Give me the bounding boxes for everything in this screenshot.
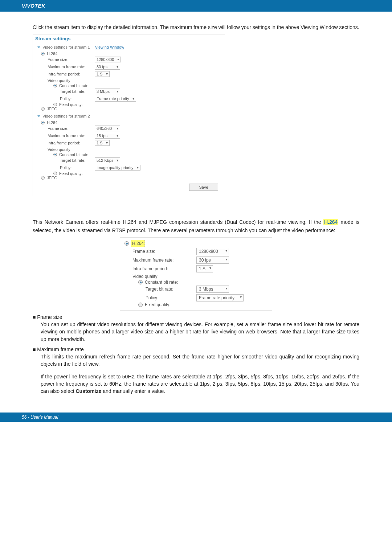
frame-size-label: Frame size: — [124, 249, 196, 254]
policy-select[interactable]: Frame rate priority — [95, 96, 136, 102]
jpeg-label: JPEG — [47, 176, 57, 180]
frame-size-label: Frame size: — [37, 57, 95, 62]
cbr-label: Constant bit rate: — [145, 280, 178, 285]
detail-h264-option[interactable]: H.264 — [124, 240, 268, 247]
stream2-jpeg-option[interactable]: JPEG — [37, 176, 221, 180]
frame-size-select[interactable]: 1280x800 — [196, 248, 229, 255]
h264-highlight-label: H.264 — [131, 240, 145, 247]
max-frame-rate-label: Maximum frame rate: — [37, 134, 95, 138]
detail-cbr-option[interactable]: Constant bit rate: — [124, 280, 268, 285]
frame-size-text: You can set up different video resolutio… — [33, 321, 359, 343]
radio-icon — [41, 176, 45, 180]
frame-size-select[interactable]: 640x360 — [95, 126, 120, 131]
intra-frame-select[interactable]: 1 S — [196, 265, 213, 272]
detail-fixed-option[interactable]: Fixed quality: — [124, 302, 268, 307]
target-bitrate-select[interactable]: 3 Mbps — [95, 89, 120, 94]
brand-bar: VIVOTEK — [0, 0, 392, 12]
frame-size-select[interactable]: 1280x800 — [95, 57, 121, 62]
h264-highlight: H.264 — [323, 219, 338, 225]
policy-label: Policy: — [124, 295, 196, 300]
policy-select[interactable]: Image quality priority — [95, 165, 140, 171]
intra-frame-label: Intra frame period: — [37, 141, 95, 145]
disclosure-triangle-icon — [37, 46, 40, 48]
stream1-header[interactable]: Video settings for stream 1 Viewing Wind… — [37, 44, 221, 52]
jpeg-label: JPEG — [47, 107, 57, 111]
panel-title: Stream settings — [33, 34, 225, 43]
video-quality-label: Video quality — [124, 274, 196, 279]
customize-bold: Customize — [76, 388, 102, 394]
max-frame-rate-text: This limits the maximum refresh frame ra… — [33, 353, 359, 368]
radio-icon — [41, 107, 45, 111]
intro-paragraph: Click the stream item to display the det… — [33, 23, 359, 31]
frame-size-section: ■ Frame size You can set up different vi… — [33, 314, 359, 343]
save-button[interactable]: Save — [189, 184, 218, 191]
video-quality-label: Video quality — [37, 78, 95, 83]
disclosure-triangle-icon — [37, 115, 40, 117]
radio-icon — [53, 172, 57, 175]
intra-frame-label: Intra frame period: — [124, 266, 196, 271]
stream1-cbr-option[interactable]: Constant bit rate: — [37, 83, 221, 88]
fixed-quality-label: Fixed quality: — [145, 302, 171, 307]
policy-label: Policy: — [37, 165, 95, 170]
intra-frame-label: Intra frame period: — [37, 72, 95, 76]
page-content: Click the stream item to display the det… — [0, 12, 392, 404]
max-frame-rate-select[interactable]: 15 fps — [95, 133, 120, 139]
h264-label: H.264 — [47, 120, 57, 125]
intra-frame-select[interactable]: 1 S — [95, 71, 110, 77]
stream2-h264-option[interactable]: H.264 — [37, 120, 221, 125]
h264-detail-panel: H.264 Frame size:1280x800 Maximum frame … — [120, 237, 272, 311]
mfr-text2-b: and manually enter a value. — [101, 388, 165, 394]
viewing-window-link[interactable]: Viewing Window — [95, 45, 124, 49]
radio-icon — [53, 84, 57, 87]
stream-settings-panel: Stream settings Video settings for strea… — [33, 34, 225, 196]
fixed-quality-label: Fixed quality: — [59, 102, 83, 107]
page-footer: 56 - User's Manual — [0, 413, 392, 422]
max-frame-rate-text-2: If the power line frequency is set to 50… — [33, 373, 359, 395]
radio-icon — [41, 52, 45, 56]
stream1-header-label: Video settings for stream 1 — [42, 45, 90, 49]
radio-icon — [53, 103, 57, 106]
fixed-quality-label: Fixed quality: — [59, 171, 83, 176]
stream2-header-label: Video settings for stream 2 — [42, 114, 90, 118]
target-bitrate-label: Target bit rate: — [37, 89, 95, 94]
target-bitrate-label: Target bit rate: — [124, 287, 196, 292]
target-bitrate-select[interactable]: 3 Mbps — [196, 286, 229, 293]
mid-paragraph: This Network Camera offers real-time H.2… — [33, 218, 359, 234]
max-frame-rate-heading: ■ Maximum frame rate — [33, 346, 359, 352]
radio-icon — [53, 153, 57, 156]
intra-frame-select[interactable]: 1 S — [95, 140, 110, 146]
radio-icon — [124, 241, 129, 246]
mid-text-before: This Network Camera offers real-time H.2… — [33, 219, 323, 225]
frame-size-label: Frame size: — [37, 126, 95, 131]
stream2-cbr-option[interactable]: Constant bit rate: — [37, 152, 221, 157]
radio-icon — [138, 280, 143, 284]
max-frame-rate-label: Maximum frame rate: — [124, 258, 196, 263]
h264-label: H.264 — [47, 52, 57, 56]
frame-size-heading: ■ Frame size — [33, 314, 359, 320]
stream2-header[interactable]: Video settings for stream 2 — [37, 113, 221, 120]
radio-icon — [138, 303, 143, 307]
brand-text: VIVOTEK — [22, 3, 45, 9]
stream1-jpeg-option[interactable]: JPEG — [37, 107, 221, 111]
video-quality-label: Video quality — [37, 147, 95, 152]
panel-body: Video settings for stream 1 Viewing Wind… — [33, 43, 225, 196]
max-frame-rate-select[interactable]: 30 fps — [95, 64, 120, 70]
policy-label: Policy: — [37, 97, 95, 101]
target-bitrate-label: Target bit rate: — [37, 158, 95, 163]
stream2-fixed-option[interactable]: Fixed quality: — [37, 171, 221, 176]
target-bitrate-select[interactable]: 512 Kbps — [95, 157, 120, 163]
max-frame-rate-label: Maximum frame rate: — [37, 65, 95, 69]
cbr-label: Constant bit rate: — [59, 152, 90, 157]
page-number: 56 - User's Manual — [22, 415, 58, 420]
stream1-h264-option[interactable]: H.264 — [37, 52, 221, 56]
stream1-fixed-option[interactable]: Fixed quality: — [37, 102, 221, 107]
max-frame-rate-section: ■ Maximum frame rate This limits the max… — [33, 346, 359, 395]
radio-icon — [41, 121, 45, 124]
max-frame-rate-select[interactable]: 30 fps — [196, 257, 229, 264]
cbr-label: Constant bit rate: — [59, 83, 90, 88]
policy-select[interactable]: Frame rate priority — [196, 294, 244, 301]
